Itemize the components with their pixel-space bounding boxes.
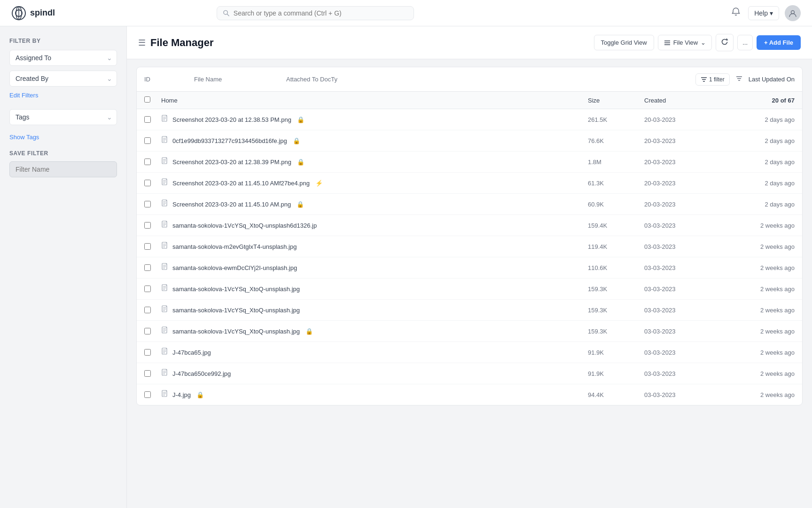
row-checkbox[interactable] xyxy=(144,264,151,271)
row-checkbox[interactable] xyxy=(144,116,151,123)
row-size: 76.6K xyxy=(588,137,644,144)
table-row[interactable]: J-4.jpg 🔒 94.4K 03-03-2023 2 weeks ago xyxy=(137,384,802,405)
row-size: 61.3K xyxy=(588,180,644,187)
select-all-checkbox[interactable] xyxy=(144,96,150,103)
table-row[interactable]: J-47bca65.jpg 91.9K 03-03-2023 2 weeks a… xyxy=(137,342,802,363)
file-name: J-47bca650ce992.jpg xyxy=(172,370,231,377)
search-input[interactable] xyxy=(234,9,408,17)
row-checkbox[interactable] xyxy=(144,370,151,377)
row-name: samanta-sokolova-m2evGtglxT4-unsplash.jp… xyxy=(161,242,588,251)
row-checkbox-wrap xyxy=(144,307,161,313)
row-updated: 2 weeks ago xyxy=(719,349,795,356)
row-name: J-4.jpg 🔒 xyxy=(161,390,588,399)
row-updated: 2 weeks ago xyxy=(719,243,795,250)
app-logo[interactable]: spindl xyxy=(11,6,55,21)
chevron-down-icon: ▾ xyxy=(770,9,773,17)
row-created: 03-03-2023 xyxy=(644,328,719,335)
row-checkbox-wrap xyxy=(144,286,161,292)
file-doc-icon xyxy=(161,221,169,230)
file-name: J-4.jpg xyxy=(172,391,191,398)
table-row[interactable]: samanta-sokolova-m2evGtglxT4-unsplash.jp… xyxy=(137,236,802,257)
file-view-button[interactable]: File View ⌄ xyxy=(658,35,712,50)
assigned-to-select[interactable]: Assigned To xyxy=(9,50,117,66)
filter-count: 1 filter xyxy=(709,76,725,83)
row-created: 20-03-2023 xyxy=(644,201,719,208)
file-name: samanta-sokolova-1VcYSq_XtoQ-unsplash.jp… xyxy=(172,307,300,314)
show-tags-link[interactable]: Show Tags xyxy=(9,134,39,141)
lock-icon: 🔒 xyxy=(297,159,304,166)
sort-button[interactable] xyxy=(734,73,745,86)
list-icon xyxy=(664,40,671,46)
row-size: 91.9K xyxy=(588,370,644,377)
file-name: Screenshot 2023-03-20 at 12.38.39 PM.png xyxy=(172,159,291,166)
row-checkbox[interactable] xyxy=(144,180,151,186)
row-checkbox-wrap xyxy=(144,349,161,356)
table-row[interactable]: Screenshot 2023-03-20 at 12.38.39 PM.png… xyxy=(137,151,802,173)
table-row[interactable]: Screenshot 2023-03-20 at 11.45.10 AM.png… xyxy=(137,194,802,215)
table-row[interactable]: Screenshot 2023-03-20 at 12.38.53 PM.png… xyxy=(137,109,802,130)
avatar[interactable] xyxy=(785,5,801,21)
col-id-header: ID xyxy=(144,76,187,83)
file-table: ID File Name Attached To DocTy 1 filter xyxy=(136,67,803,405)
row-name: Screenshot 2023-03-20 at 11.45.10 AMf27b… xyxy=(161,178,588,188)
col-created-header: Created xyxy=(644,97,719,104)
table-row[interactable]: samanta-sokolova-ewmDcClYj2I-unsplash.jp… xyxy=(137,257,802,278)
tags-section: Tags Show Tags xyxy=(9,109,117,141)
more-options-button[interactable]: ... xyxy=(737,35,753,50)
tags-filter-wrap: Tags xyxy=(9,109,117,125)
row-checkbox[interactable] xyxy=(144,286,151,292)
notifications-button[interactable] xyxy=(729,5,742,21)
filter-name-input[interactable] xyxy=(9,161,117,177)
table-row[interactable]: samanta-sokolova-1VcYSq_XtoQ-unsplash.jp… xyxy=(137,300,802,321)
row-checkbox[interactable] xyxy=(144,243,151,250)
row-name: samanta-sokolova-1VcYSq_XtoQ-unsplash.jp… xyxy=(161,305,588,315)
file-name: samanta-sokolova-1VcYSq_XtoQ-unsplash.jp… xyxy=(172,286,300,293)
tags-select[interactable]: Tags xyxy=(9,109,117,125)
row-checkbox[interactable] xyxy=(144,391,151,398)
menu-icon[interactable]: ☰ xyxy=(138,38,146,48)
table-row[interactable]: samanta-sokolova-1VcYSq_XtoQ-unsplash.jp… xyxy=(137,321,802,342)
row-checkbox[interactable] xyxy=(144,201,151,207)
created-by-filter-wrap: Created By xyxy=(9,71,117,87)
file-name: samanta-sokolova-1VcYSq_XtoQ-unsplash.jp… xyxy=(172,328,300,335)
help-label: Help xyxy=(754,9,768,17)
row-checkbox[interactable] xyxy=(144,137,151,144)
created-by-select[interactable]: Created By xyxy=(9,71,117,87)
search-box[interactable] xyxy=(217,6,414,20)
row-name: samanta-sokolova-1VcYSq_XtoQ-unsplash.jp… xyxy=(161,326,588,336)
lock-icon: ⚡ xyxy=(315,180,323,187)
lock-icon: 🔒 xyxy=(297,201,304,208)
row-checkbox[interactable] xyxy=(144,349,151,356)
table-row[interactable]: J-47bca650ce992.jpg 91.9K 03-03-2023 2 w… xyxy=(137,363,802,384)
refresh-button[interactable] xyxy=(716,34,734,51)
row-created: 03-03-2023 xyxy=(644,391,719,398)
edit-filters-link[interactable]: Edit Filters xyxy=(9,92,38,99)
table-row[interactable]: 0cf1e99db933713277c9134456bd16fe.jpg 🔒 7… xyxy=(137,130,802,151)
row-name: Screenshot 2023-03-20 at 12.38.53 PM.png… xyxy=(161,115,588,124)
filter-badge-button[interactable]: 1 filter xyxy=(695,73,730,86)
file-rows-container: Screenshot 2023-03-20 at 12.38.53 PM.png… xyxy=(137,109,802,405)
row-checkbox[interactable] xyxy=(144,159,151,165)
row-updated: 2 weeks ago xyxy=(719,222,795,229)
toggle-grid-button[interactable]: Toggle Grid View xyxy=(594,35,654,50)
file-doc-icon xyxy=(161,369,169,378)
file-name: J-47bca65.jpg xyxy=(172,349,211,356)
file-name: Screenshot 2023-03-20 at 11.45.10 AMf27b… xyxy=(172,180,310,187)
row-checkbox[interactable] xyxy=(144,307,151,313)
row-name: J-47bca650ce992.jpg xyxy=(161,369,588,378)
file-doc-icon xyxy=(161,305,169,315)
main-content: ☰ File Manager Toggle Grid View File Vie… xyxy=(127,26,812,508)
add-file-button[interactable]: + Add File xyxy=(757,35,801,50)
row-created: 20-03-2023 xyxy=(644,137,719,144)
help-button[interactable]: Help ▾ xyxy=(748,6,779,20)
search-area xyxy=(217,6,414,20)
table-row[interactable]: samanta-sokolova-1VcYSq_XtoQ-unsplash.jp… xyxy=(137,278,802,300)
row-checkbox[interactable] xyxy=(144,222,151,229)
table-row[interactable]: Screenshot 2023-03-20 at 11.45.10 AMf27b… xyxy=(137,173,802,194)
table-row[interactable]: samanta-sokolova-1VcYSq_XtoQ-unsplash6d1… xyxy=(137,215,802,236)
row-updated: 2 weeks ago xyxy=(719,264,795,271)
row-checkbox[interactable] xyxy=(144,328,151,334)
row-size: 1.8M xyxy=(588,159,644,166)
row-name: samanta-sokolova-1VcYSq_XtoQ-unsplash.jp… xyxy=(161,284,588,294)
row-checkbox-wrap xyxy=(144,137,161,144)
